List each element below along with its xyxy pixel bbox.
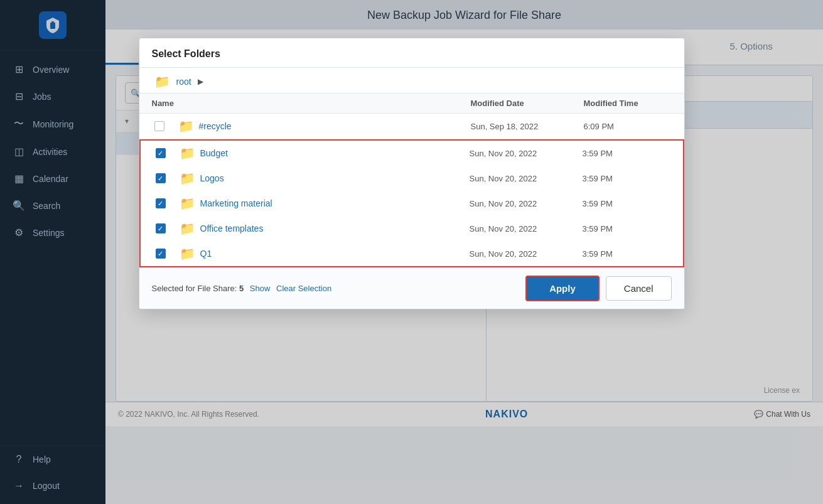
row-checkbox[interactable]: [156, 249, 166, 259]
column-name-header: Name: [152, 99, 471, 108]
folder-row-icon: 📁: [180, 196, 195, 211]
breadcrumb-arrow: ▶: [198, 77, 203, 86]
table-row[interactable]: 📁Office templatesSun, Nov 20, 20223:59 P…: [139, 216, 684, 241]
row-checkbox[interactable]: [156, 173, 166, 183]
row-checkbox[interactable]: [156, 198, 166, 208]
modal-title: Select Folders: [139, 38, 684, 68]
row-checkbox[interactable]: [156, 148, 166, 158]
row-name-cell: 📁Marketing material: [153, 196, 470, 211]
row-date-cell: Sun, Nov 20, 2022: [470, 224, 583, 233]
cancel-button[interactable]: Cancel: [606, 276, 672, 301]
folder-row-icon: 📁: [180, 221, 195, 236]
selection-info: Selected for File Share: 5 Show Clear Se…: [152, 284, 332, 293]
folder-name-label[interactable]: Office templates: [200, 223, 264, 233]
row-time-cell: 3:59 PM: [583, 199, 670, 208]
row-time-cell: 6:09 PM: [584, 122, 672, 131]
folder-row-icon: 📁: [180, 171, 195, 186]
folder-name-label[interactable]: Q1: [200, 249, 212, 259]
folder-name-label[interactable]: #recycle: [199, 121, 232, 131]
row-time-cell: 3:59 PM: [583, 249, 670, 259]
table-row[interactable]: 📁BudgetSun, Nov 20, 20223:59 PM: [139, 139, 684, 166]
row-name-cell: 📁Logos: [153, 171, 470, 186]
row-name-cell: 📁Office templates: [153, 221, 470, 236]
row-checkbox-cell: [153, 171, 168, 186]
row-checkbox[interactable]: [156, 223, 166, 233]
row-name-cell: 📁#recycle: [152, 119, 471, 134]
row-checkbox[interactable]: [154, 121, 164, 131]
apply-button[interactable]: Apply: [525, 276, 600, 301]
table-row[interactable]: 📁Q1Sun, Nov 20, 20223:59 PM: [139, 241, 684, 267]
table-header: Name Modified Date Modified Time: [139, 93, 684, 114]
show-selection-link[interactable]: Show: [250, 284, 271, 293]
folder-breadcrumb-icon: 📁: [154, 74, 170, 89]
breadcrumb-root[interactable]: root: [176, 77, 191, 87]
modal-overlay: Select Folders 📁 root ▶ Name Modified Da…: [0, 0, 823, 504]
column-time-header: Modified Time: [584, 99, 672, 108]
row-time-cell: 3:59 PM: [583, 149, 670, 158]
column-date-header: Modified Date: [471, 99, 584, 108]
breadcrumb: 📁 root ▶: [139, 68, 684, 93]
folder-row-icon: 📁: [178, 119, 194, 134]
folder-name-label[interactable]: Budget: [200, 148, 228, 158]
row-time-cell: 3:59 PM: [583, 224, 670, 233]
row-time-cell: 3:59 PM: [583, 174, 670, 183]
selected-count: 5: [239, 284, 244, 293]
table-row[interactable]: 📁#recycleSun, Sep 18, 20226:09 PM: [139, 114, 684, 139]
select-folders-modal: Select Folders 📁 root ▶ Name Modified Da…: [139, 38, 685, 309]
folder-row-icon: 📁: [180, 246, 195, 261]
table-row[interactable]: 📁Marketing materialSun, Nov 20, 20223:59…: [139, 191, 684, 216]
selected-label: Selected for File Share:: [152, 284, 237, 293]
row-name-cell: 📁Q1: [153, 246, 470, 261]
row-date-cell: Sun, Sep 18, 2022: [471, 122, 584, 131]
folder-name-label[interactable]: Logos: [200, 173, 224, 183]
row-date-cell: Sun, Nov 20, 2022: [470, 149, 583, 158]
row-date-cell: Sun, Nov 20, 2022: [470, 199, 583, 208]
row-checkbox-cell: [153, 221, 168, 236]
folder-row-icon: 📁: [180, 146, 195, 161]
row-checkbox-cell: [152, 119, 167, 134]
folder-name-label[interactable]: Marketing material: [200, 198, 272, 208]
table-row[interactable]: 📁LogosSun, Nov 20, 20223:59 PM: [139, 166, 684, 191]
clear-selection-link[interactable]: Clear Selection: [276, 284, 331, 293]
modal-actions: Apply Cancel: [525, 276, 671, 301]
row-checkbox-cell: [153, 196, 168, 211]
row-date-cell: Sun, Nov 20, 2022: [470, 249, 583, 259]
row-name-cell: 📁Budget: [153, 146, 470, 161]
modal-footer: Selected for File Share: 5 Show Clear Se…: [139, 267, 684, 309]
row-checkbox-cell: [153, 246, 168, 261]
table-body: 📁#recycleSun, Sep 18, 20226:09 PM📁Budget…: [139, 114, 684, 267]
row-date-cell: Sun, Nov 20, 2022: [470, 174, 583, 183]
row-checkbox-cell: [153, 146, 168, 161]
